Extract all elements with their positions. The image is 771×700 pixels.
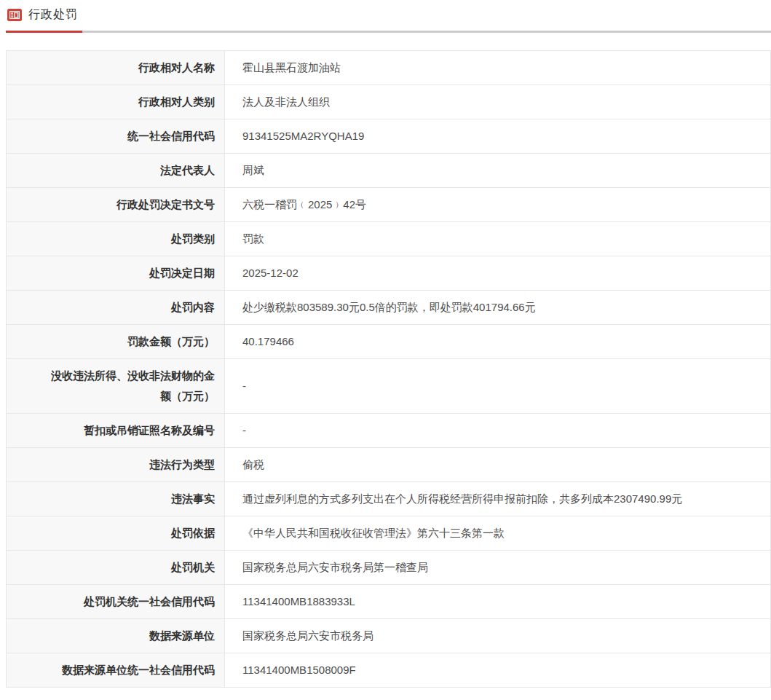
field-value: 法人及非法人组织 (225, 85, 770, 119)
section-divider (6, 31, 771, 33)
table-row: 处罚内容处少缴税款803589.30元0.5倍的罚款，即处罚款401794.66… (7, 291, 770, 325)
field-label: 处罚决定日期 (7, 256, 225, 290)
table-row: 数据来源单位国家税务总局六安市税务局 (7, 619, 770, 653)
field-value: 11341400MB1883933L (225, 585, 770, 618)
table-row: 法定代表人周斌 (7, 154, 770, 188)
field-label: 统一社会信用代码 (7, 119, 225, 153)
field-value: 罚款 (225, 222, 770, 256)
field-value: 国家税务总局六安市税务局第一稽查局 (225, 551, 770, 584)
field-value: 周斌 (225, 154, 770, 187)
field-label: 行政相对人名称 (7, 51, 225, 84)
field-label: 违法事实 (7, 482, 225, 516)
field-label: 行政相对人类别 (7, 85, 225, 119)
field-label: 处罚依据 (7, 516, 225, 550)
page-title: 行政处罚 (28, 7, 78, 23)
field-label: 数据来源单位 (7, 619, 225, 653)
table-row: 统一社会信用代码91341525MA2RYQHA19 (7, 119, 770, 154)
table-row: 罚款金额（万元）40.179466 (7, 325, 770, 359)
field-value: 国家税务总局六安市税务局 (225, 619, 770, 653)
field-value: - (225, 414, 770, 447)
field-value: 霍山县黑石渡加油站 (225, 51, 770, 84)
administrative-penalty-page: 行政处罚 行政相对人名称霍山县黑石渡加油站行政相对人类别法人及非法人组织统一社会… (0, 0, 771, 700)
field-label: 没收违法所得、没收非法财物的金额（万元） (7, 359, 225, 413)
field-value: 11341400MB1508009F (225, 653, 770, 687)
field-label: 处罚类别 (7, 222, 225, 256)
table-row: 数据来源单位统一社会信用代码11341400MB1508009F (7, 653, 770, 687)
section-header: 行政处罚 (0, 0, 771, 22)
field-value: 偷税 (225, 448, 770, 481)
field-label: 处罚机关统一社会信用代码 (7, 585, 225, 618)
field-label: 违法行为类型 (7, 448, 225, 481)
table-row: 没收违法所得、没收非法财物的金额（万元）- (7, 359, 770, 414)
table-row: 处罚机关国家税务总局六安市税务局第一稽查局 (7, 551, 770, 585)
field-value: 40.179466 (225, 325, 770, 358)
field-label: 数据来源单位统一社会信用代码 (7, 653, 225, 687)
table-row: 暂扣或吊销证照名称及编号- (7, 414, 770, 448)
field-label: 处罚内容 (7, 291, 225, 324)
field-label: 罚款金额（万元） (7, 325, 225, 358)
table-row: 行政处罚决定书文号六税一稽罚﹙2025﹚42号 (7, 188, 770, 222)
field-value: 通过虚列利息的方式多列支出在个人所得税经营所得申报前扣除，共多列成本230749… (225, 482, 770, 516)
table-row: 处罚依据《中华人民共和国税收征收管理法》第六十三条第一款 (7, 516, 770, 551)
field-value: - (225, 359, 770, 413)
field-value: 六税一稽罚﹙2025﹚42号 (225, 188, 770, 221)
table-row: 处罚机关统一社会信用代码11341400MB1883933L (7, 585, 770, 619)
penalty-detail-table: 行政相对人名称霍山县黑石渡加油站行政相对人类别法人及非法人组织统一社会信用代码9… (6, 50, 771, 688)
field-value: 2025-12-02 (225, 256, 770, 290)
table-row: 违法事实通过虚列利息的方式多列支出在个人所得税经营所得申报前扣除，共多列成本23… (7, 482, 770, 516)
table-row: 处罚类别罚款 (7, 222, 770, 256)
field-value: 处少缴税款803589.30元0.5倍的罚款，即处罚款401794.66元 (225, 291, 770, 324)
field-value: 91341525MA2RYQHA19 (225, 119, 770, 153)
field-label: 处罚机关 (7, 551, 225, 584)
field-label: 暂扣或吊销证照名称及编号 (7, 414, 225, 447)
section-divider-accent (6, 31, 82, 33)
table-row: 行政相对人类别法人及非法人组织 (7, 85, 770, 119)
field-label: 行政处罚决定书文号 (7, 188, 225, 221)
field-label: 法定代表人 (7, 154, 225, 187)
table-row: 违法行为类型偷税 (7, 448, 770, 482)
table-row: 行政相对人名称霍山县黑石渡加油站 (7, 51, 770, 85)
penalty-list-icon (7, 9, 22, 21)
table-row: 处罚决定日期2025-12-02 (7, 256, 770, 291)
field-value: 《中华人民共和国税收征收管理法》第六十三条第一款 (225, 516, 770, 550)
